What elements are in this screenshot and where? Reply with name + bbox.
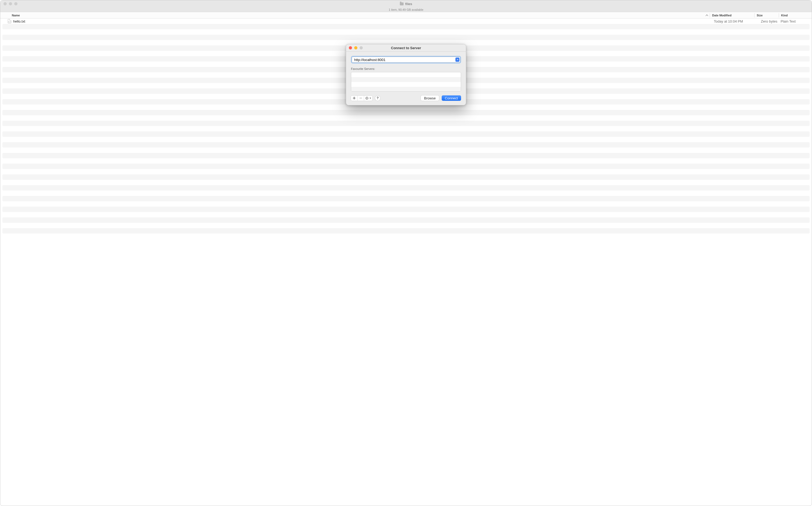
list-item xyxy=(2,142,810,148)
svg-point-1 xyxy=(367,98,367,99)
connect-button[interactable]: Connect xyxy=(442,95,461,101)
column-headers: Name Date Modified Size Kind xyxy=(0,12,812,18)
close-icon[interactable] xyxy=(3,2,7,5)
server-address-combo xyxy=(351,56,461,64)
list-item xyxy=(2,174,810,180)
server-address-input[interactable] xyxy=(352,57,460,63)
action-menu-button[interactable]: ▼ xyxy=(364,96,373,101)
list-item xyxy=(2,158,810,164)
browse-button[interactable]: Browse xyxy=(421,95,439,101)
zoom-icon xyxy=(360,46,363,50)
file-date: Today at 10:04 PM xyxy=(709,19,754,23)
chevron-down-icon: ▼ xyxy=(369,97,371,99)
list-item xyxy=(351,72,461,77)
text-file-icon: TXT xyxy=(8,19,11,23)
list-item xyxy=(2,180,810,185)
folder-icon xyxy=(400,2,404,5)
list-item xyxy=(2,223,810,228)
list-item xyxy=(2,121,810,126)
list-item xyxy=(2,190,810,196)
column-date-label: Date Modified xyxy=(712,14,731,17)
favourite-servers-list[interactable] xyxy=(351,72,461,92)
column-date[interactable]: Date Modified xyxy=(710,14,754,17)
list-item xyxy=(2,185,810,190)
favourites-toolbar: ▼ xyxy=(351,96,373,101)
file-size: Zero bytes xyxy=(754,19,778,23)
list-item xyxy=(351,82,461,87)
list-item xyxy=(2,104,810,110)
column-kind-label: Kind xyxy=(781,14,788,17)
minimize-icon[interactable] xyxy=(9,2,12,5)
list-item xyxy=(2,110,810,115)
connect-to-server-dialog: Connect to Server Favourite Servers: xyxy=(346,44,466,105)
close-icon[interactable] xyxy=(349,46,352,50)
list-item xyxy=(2,132,810,137)
list-item xyxy=(351,87,461,92)
add-favourite-button[interactable] xyxy=(351,96,358,101)
dialog-body: Favourite Servers: xyxy=(346,52,466,105)
status-text: 1 item, 90.49 GB available xyxy=(389,8,423,11)
list-item xyxy=(2,115,810,121)
window-title: files xyxy=(400,2,412,6)
list-item xyxy=(2,228,810,234)
sort-ascending-icon[interactable] xyxy=(706,14,708,17)
finder-window: files 1 item, 90.49 GB available Name Da… xyxy=(0,0,812,506)
list-item xyxy=(2,35,810,40)
list-item xyxy=(2,29,810,35)
dialog-title: Connect to Server xyxy=(391,46,421,50)
column-name[interactable]: Name xyxy=(0,14,710,17)
plus-icon xyxy=(353,97,356,99)
remove-favourite-button xyxy=(358,96,364,101)
column-kind[interactable]: Kind xyxy=(779,14,812,17)
list-item xyxy=(2,206,810,212)
list-item xyxy=(2,126,810,132)
dialog-footer: ▼ ? Browse Connect xyxy=(351,95,461,101)
column-size-label: Size xyxy=(757,14,763,17)
file-name-cell: TXThello.txt xyxy=(2,19,709,23)
list-item xyxy=(2,24,810,29)
list-item xyxy=(2,153,810,158)
help-button[interactable]: ? xyxy=(375,96,380,101)
column-size[interactable]: Size xyxy=(754,14,779,17)
window-title-text: files xyxy=(405,2,412,6)
minus-icon xyxy=(360,98,362,98)
list-item xyxy=(2,196,810,201)
favourite-servers-label: Favourite Servers: xyxy=(351,67,461,70)
list-item xyxy=(2,218,810,223)
status-bar: 1 item, 90.49 GB available xyxy=(0,7,812,12)
zoom-icon[interactable] xyxy=(14,2,17,5)
chevron-down-icon xyxy=(456,59,459,61)
list-item xyxy=(2,137,810,142)
file-name: hello.txt xyxy=(13,19,25,23)
list-item xyxy=(2,148,810,153)
list-item xyxy=(351,77,461,82)
column-name-label: Name xyxy=(12,14,20,17)
table-row[interactable]: TXThello.txtToday at 10:04 PMZero bytesP… xyxy=(2,18,810,24)
list-item xyxy=(2,212,810,218)
file-kind: Plain Text xyxy=(778,19,810,23)
minimize-icon[interactable] xyxy=(354,46,358,50)
list-item xyxy=(2,169,810,174)
window-controls xyxy=(3,2,17,5)
dialog-window-controls xyxy=(349,46,363,50)
finder-titlebar[interactable]: files xyxy=(0,0,812,7)
dropdown-toggle[interactable] xyxy=(455,58,460,62)
dialog-titlebar[interactable]: Connect to Server xyxy=(346,44,466,52)
list-item xyxy=(2,164,810,169)
actions-icon xyxy=(365,96,369,100)
list-item xyxy=(2,201,810,206)
